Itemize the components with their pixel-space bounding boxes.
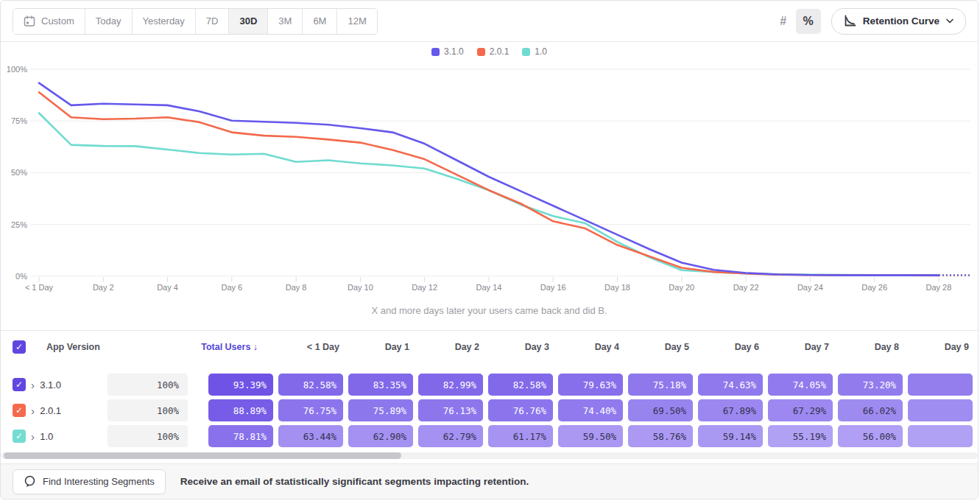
footer-message: Receive an email of statistically signif… bbox=[180, 476, 529, 487]
date-range-label: Today bbox=[96, 15, 121, 27]
retention-cell[interactable]: 76.13% bbox=[418, 399, 483, 421]
row-checkbox[interactable]: ✓ bbox=[13, 430, 26, 443]
value-mode-group: #% bbox=[771, 9, 821, 34]
y-axis-label: 50% bbox=[11, 168, 27, 177]
chevron-down-icon bbox=[946, 18, 953, 24]
retention-cell[interactable]: 74.40% bbox=[558, 399, 623, 421]
date-range-12m[interactable]: 12M bbox=[337, 9, 376, 34]
retention-cell[interactable]: 63.44% bbox=[278, 425, 343, 447]
date-range-custom[interactable]: Custom bbox=[13, 9, 85, 34]
toolbar: CustomTodayYesterday7D30D3M6M12M #% Rete… bbox=[1, 1, 978, 42]
retention-cell[interactable]: 82.58% bbox=[278, 374, 343, 396]
date-range-30d[interactable]: 30D bbox=[229, 9, 268, 34]
column-header-day: Day 4 bbox=[558, 342, 623, 352]
row-expand-chevron[interactable]: › bbox=[26, 431, 40, 442]
find-interesting-segments-button[interactable]: Find Interesting Segments bbox=[13, 469, 166, 494]
date-range-6m[interactable]: 6M bbox=[303, 9, 337, 34]
row-app-version: 1.0 bbox=[40, 431, 107, 442]
date-range-today[interactable]: Today bbox=[85, 9, 133, 34]
total-users-cell: 100% bbox=[107, 399, 188, 421]
y-axis-label: 0% bbox=[15, 272, 27, 281]
column-header-total-users[interactable]: Total Users ↓ bbox=[145, 342, 258, 352]
chart-canvas: 0%25%50%75%100%< 1 DayDay 2Day 4Day 6Day… bbox=[1, 42, 979, 301]
retention-cell[interactable]: 93.39% bbox=[208, 374, 273, 396]
chart-subtitle: X and more days later your users came ba… bbox=[1, 305, 978, 316]
sort-desc-icon: ↓ bbox=[253, 342, 258, 352]
retention-cell[interactable]: 61.17% bbox=[488, 425, 553, 447]
x-axis-label: Day 28 bbox=[926, 283, 951, 292]
retention-cell[interactable]: 76.76% bbox=[488, 399, 553, 421]
retention-cell[interactable]: 69.50% bbox=[628, 399, 693, 421]
x-axis-label: Day 14 bbox=[476, 283, 502, 292]
column-header-day: Day 1 bbox=[348, 342, 413, 352]
row-checkbox[interactable]: ✓ bbox=[13, 404, 26, 417]
retention-chart: 0%25%50%75%100%< 1 DayDay 2Day 4Day 6Day… bbox=[1, 42, 979, 301]
date-range-yesterday[interactable]: Yesterday bbox=[133, 9, 196, 34]
retention-cell[interactable]: 78.81% bbox=[208, 425, 273, 447]
retention-cell[interactable]: 55.19% bbox=[768, 425, 833, 447]
retention-cell[interactable]: 74.63% bbox=[698, 374, 763, 396]
date-range-group: CustomTodayYesterday7D30D3M6M12M bbox=[13, 8, 378, 35]
column-header-app-version: App Version bbox=[46, 342, 145, 352]
retention-cell[interactable]: 62.79% bbox=[418, 425, 483, 447]
column-header-day: Day 6 bbox=[698, 342, 763, 352]
absolute-mode-button[interactable]: # bbox=[771, 9, 796, 34]
retention-report: CustomTodayYesterday7D30D3M6M12M #% Rete… bbox=[0, 0, 979, 500]
x-axis-label: Day 4 bbox=[157, 283, 178, 292]
explore-circle-icon bbox=[24, 475, 36, 488]
row-checkbox[interactable]: ✓ bbox=[13, 378, 26, 391]
retention-cell[interactable]: 82.58% bbox=[488, 374, 553, 396]
date-range-3m[interactable]: 3M bbox=[268, 9, 303, 34]
y-axis-label: 75% bbox=[11, 116, 27, 125]
table-row: ✓›3.1.0100%93.39%82.58%83.35%82.99%82.58… bbox=[1, 374, 978, 396]
retention-cell[interactable]: 79.63% bbox=[558, 374, 623, 396]
retention-table: ✓ App Version Total Users ↓ < 1 DayDay 1… bbox=[1, 330, 978, 451]
retention-cell[interactable]: 73.20% bbox=[838, 374, 903, 396]
total-users-cell: 100% bbox=[107, 425, 188, 447]
retention-cell[interactable]: 88.89% bbox=[208, 399, 273, 421]
retention-cell[interactable]: 67.89% bbox=[698, 399, 763, 421]
percent-mode-button[interactable]: % bbox=[796, 9, 821, 34]
horizontal-scrollbar-thumb[interactable] bbox=[4, 452, 401, 459]
column-header-day: Day 8 bbox=[838, 342, 903, 352]
retention-cell[interactable]: 59.14% bbox=[698, 425, 763, 447]
horizontal-scrollbar-track[interactable] bbox=[1, 452, 978, 459]
retention-cell[interactable]: 82.99% bbox=[418, 374, 483, 396]
date-range-label: 6M bbox=[313, 15, 326, 27]
retention-cell[interactable]: 62.90% bbox=[348, 425, 413, 447]
column-header-day: Day 9 bbox=[908, 342, 973, 352]
x-axis-label: Day 12 bbox=[412, 283, 437, 292]
retention-line-2.0.1 bbox=[39, 92, 939, 276]
total-users-cell: 100% bbox=[107, 374, 188, 396]
row-expand-chevron[interactable]: › bbox=[26, 405, 40, 416]
date-range-label: 30D bbox=[239, 15, 257, 27]
date-range-7d[interactable]: 7D bbox=[196, 9, 230, 34]
retention-cell[interactable]: 76.75% bbox=[278, 399, 343, 421]
retention-cell[interactable]: 56.00% bbox=[838, 425, 903, 447]
retention-cell[interactable]: 67.29% bbox=[768, 399, 833, 421]
column-header-day: Day 3 bbox=[488, 342, 553, 352]
x-axis-label: Day 10 bbox=[348, 283, 373, 292]
retention-cell[interactable]: 83.35% bbox=[348, 374, 413, 396]
toolbar-right: #% Retention Curve bbox=[771, 8, 966, 35]
x-axis-label: Day 22 bbox=[733, 283, 759, 292]
retention-cell[interactable]: 58.76% bbox=[628, 425, 693, 447]
retention-cell[interactable]: 74.05% bbox=[768, 374, 833, 396]
chart-type-dropdown[interactable]: Retention Curve bbox=[831, 8, 966, 35]
x-axis-label: Day 24 bbox=[797, 283, 823, 292]
calendar-icon bbox=[24, 15, 35, 27]
x-axis-label: Day 26 bbox=[861, 283, 887, 292]
retention-cell[interactable]: 66.02% bbox=[838, 399, 903, 421]
row-expand-chevron[interactable]: › bbox=[26, 379, 40, 390]
column-header-day: Day 7 bbox=[768, 342, 833, 352]
retention-cell[interactable]: 75.89% bbox=[348, 399, 413, 421]
column-header-day: Day 2 bbox=[418, 342, 483, 352]
row-app-version: 2.0.1 bbox=[40, 405, 107, 416]
table-row: ✓›2.0.1100%88.89%76.75%75.89%76.13%76.76… bbox=[1, 399, 978, 421]
date-range-label: Custom bbox=[41, 15, 74, 27]
select-all-checkbox[interactable]: ✓ bbox=[13, 340, 26, 354]
retention-cell[interactable]: 75.18% bbox=[628, 374, 693, 396]
retention-cell[interactable]: 59.50% bbox=[558, 425, 623, 447]
x-axis-label: Day 6 bbox=[221, 283, 242, 292]
footer-bar: Find Interesting Segments Receive an ema… bbox=[1, 463, 978, 499]
